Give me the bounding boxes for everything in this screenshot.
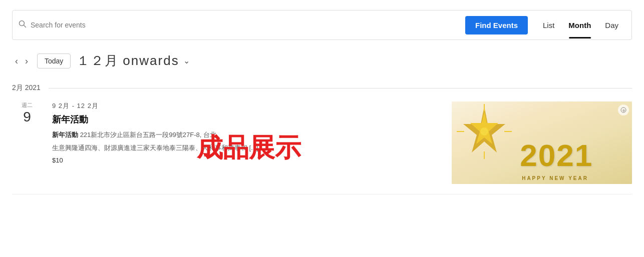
event-location-address: 221新北市汐止區新台五路一段99號27F-8, 台北 [80,131,216,138]
current-date-text: １２月 [77,52,119,70]
search-bar: Find Events List Month Day [12,10,632,40]
onwards-text: onwards [123,53,179,68]
next-arrow-button[interactable]: › [22,54,31,68]
event-details-col: 9 2月 - 12 2月 新年活動 新年活動 221新北市汐止區新台五路一段99… [52,102,442,164]
ny-image-bg: 2021 HAPPY NEW YEAR ✿ [452,102,632,184]
svg-point-4 [480,128,488,136]
event-location-name: 新年活動 [52,131,78,138]
search-bar-left [19,20,465,30]
event-price: $10 [52,156,442,164]
month-header: 2月 2021 [12,84,632,92]
event-title[interactable]: 新年活動 [52,114,442,126]
search-bar-right: Find Events List Month Day [465,16,625,34]
date-dropdown-icon[interactable]: ⌄ [183,56,191,66]
event-date-range: 9 2月 - 12 2月 [52,102,442,110]
month-divider [49,88,632,88]
search-input[interactable] [31,21,465,29]
tab-list[interactable]: List [536,17,561,34]
event-image-col: 2021 HAPPY NEW YEAR ✿ [452,102,632,184]
search-icon [19,20,27,30]
ny-year: 2021 [520,138,593,173]
month-section: 2月 2021 成品展示 週二 9 9 2月 - 12 2月 新年活動 新年活動… [12,84,632,194]
ny-happy-text: HAPPY NEW YEAR [522,176,588,181]
event-location: 新年活動 221新北市汐止區新台五路一段99號27F-8, 台北 [52,130,442,140]
event-image[interactable]: 2021 HAPPY NEW YEAR ✿ [452,102,632,184]
event-day-name: 週二 [12,102,42,109]
tab-month[interactable]: Month [561,17,598,34]
month-title: 2月 2021 [12,84,41,92]
svg-text:✿: ✿ [622,109,625,112]
prev-arrow-button[interactable]: ‹ [12,54,21,68]
event-row: 成品展示 週二 9 9 2月 - 12 2月 新年活動 新年活動 221新北市汐… [12,102,632,194]
date-label: １２月 onwards ⌄ [77,52,190,70]
watermark-icon: ✿ [618,104,629,116]
today-button[interactable]: Today [37,54,71,68]
event-description: 生意興隆通四海、財源廣進達三家天泰地泰三陽泰、人和事和萬事和 [...] [52,144,442,152]
nav-row: ‹ › Today １２月 onwards ⌄ [12,52,632,70]
svg-line-1 [24,26,26,28]
view-tabs: List Month Day [536,17,625,34]
event-day-num: 9 [12,110,42,124]
nav-arrows: ‹ › [12,54,31,68]
event-date-col: 週二 9 [12,102,42,124]
find-events-button[interactable]: Find Events [465,16,528,34]
ny-bow-decoration [457,104,512,159]
tab-day[interactable]: Day [598,17,625,34]
